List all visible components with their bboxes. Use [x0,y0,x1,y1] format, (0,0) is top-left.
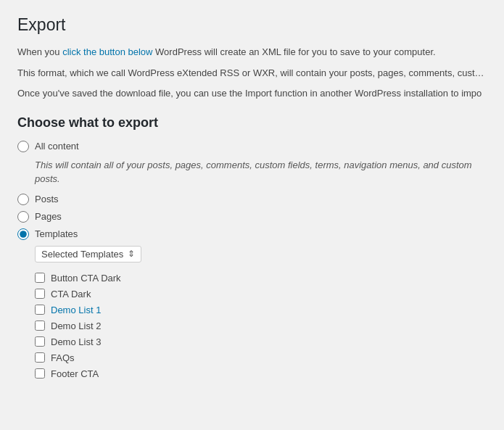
checkbox-demo-list-1[interactable] [35,305,45,315]
radio-group: All content This will contain all of you… [17,141,487,379]
checkbox-faqs[interactable] [35,352,45,363]
selected-templates-dropdown[interactable]: Selected Templates ⇕ [35,246,141,262]
checkbox-list: Button CTA Dark CTA Dark Demo List 1 Dem… [35,273,487,379]
checkbox-btn-cta-dark[interactable] [35,273,45,283]
checkbox-footer-cta-label[interactable]: Footer CTA [51,368,99,379]
radio-pages[interactable] [17,211,29,223]
radio-option-pages: Pages [17,211,487,223]
description-2: This format, which we call WordPress eXt… [17,66,487,81]
radio-pages-label[interactable]: Pages [35,211,62,222]
checkbox-faqs-label[interactable]: FAQs [51,352,75,363]
checkbox-demo-list-2-label[interactable]: Demo List 2 [51,321,101,331]
checkbox-btn-cta-dark-label[interactable]: Button CTA Dark [51,273,121,284]
radio-option-posts: Posts [17,194,487,205]
radio-posts-label[interactable]: Posts [35,194,59,204]
checkbox-item: FAQs [35,352,487,363]
checkbox-item: Demo List 3 [35,336,487,347]
description-1: When you click the button below WordPres… [17,45,487,60]
radio-option-all-content: All content [17,141,487,152]
description-1-link[interactable]: click the button below [62,46,152,57]
description-1-suffix: WordPress will create an XML file for yo… [152,46,435,57]
radio-all-content-label[interactable]: All content [35,141,79,152]
templates-section: Selected Templates ⇕ Button CTA Dark CTA… [35,246,487,379]
radio-templates-label[interactable]: Templates [35,228,78,239]
radio-option-templates: Templates [17,228,487,240]
checkbox-demo-list-3[interactable] [35,336,45,347]
checkbox-demo-list-3-label[interactable]: Demo List 3 [51,336,101,347]
checkbox-item: Footer CTA [35,368,487,379]
description-1-prefix: When you [17,46,62,57]
checkbox-item: Demo List 1 [35,305,487,315]
checkbox-item: CTA Dark [35,289,487,299]
checkbox-cta-dark-label[interactable]: CTA Dark [51,289,91,299]
radio-all-content[interactable] [17,141,29,152]
dropdown-label: Selected Templates [41,249,123,260]
radio-templates[interactable] [17,228,29,240]
checkbox-item: Button CTA Dark [35,273,487,284]
section-title: Choose what to export [17,115,487,131]
all-content-description: This will contain all of your posts, pag… [35,158,487,186]
checkbox-cta-dark[interactable] [35,289,45,299]
checkbox-demo-list-2[interactable] [35,321,45,331]
description-3: Once you've saved the download file, you… [17,86,487,102]
page-title: Export [17,15,487,36]
checkbox-footer-cta[interactable] [35,368,45,379]
checkbox-item: Demo List 2 [35,321,487,331]
radio-posts[interactable] [17,194,29,205]
dropdown-arrow-icon: ⇕ [128,249,135,259]
checkbox-demo-list-1-label[interactable]: Demo List 1 [51,305,101,315]
